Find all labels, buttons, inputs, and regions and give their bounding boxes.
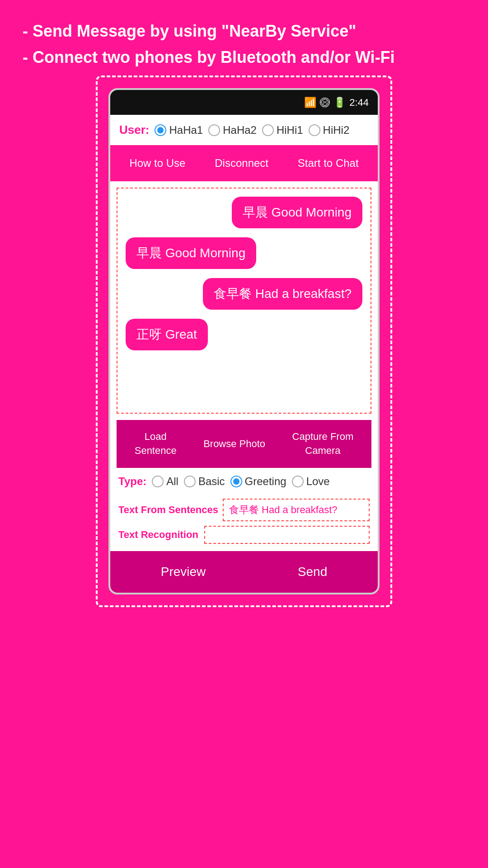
type-love[interactable]: Love <box>292 475 330 488</box>
type-basic[interactable]: Basic <box>184 475 225 488</box>
radio-circle-hihi1[interactable] <box>262 124 274 136</box>
type-all[interactable]: All <box>152 475 178 488</box>
preview-button[interactable]: Preview <box>143 560 224 584</box>
phone-wrapper: 📶 ⨷ 🔋 2:44 User: HaHa1 HaHa2 HiHi1 <box>108 88 380 594</box>
status-bar: 📶 ⨷ 🔋 2:44 <box>110 90 378 115</box>
how-to-use-button[interactable]: How to Use <box>122 153 192 173</box>
radio-circle-haha1[interactable] <box>155 124 166 136</box>
battery-icon: 🔋 <box>333 97 346 108</box>
status-icons: 📶 ⨷ 🔋 2:44 <box>304 97 369 108</box>
type-selector: Type: All Basic Greeting Love <box>110 468 378 495</box>
type-label-basic: Basic <box>198 475 225 488</box>
radio-hihi2[interactable]: HiHi2 <box>309 124 350 137</box>
radio-circle-hihi2[interactable] <box>309 124 320 136</box>
phone-frame: 📶 ⨷ 🔋 2:44 User: HaHa1 HaHa2 HiHi1 <box>108 88 380 594</box>
type-radio-basic[interactable] <box>184 476 196 487</box>
browse-photo-button[interactable]: Browse Photo <box>198 426 271 462</box>
radio-hihi1[interactable]: HiHi1 <box>262 124 303 137</box>
type-label-greeting: Greeting <box>245 475 286 488</box>
start-to-chat-button[interactable]: Start to Chat <box>291 153 366 173</box>
text-from-sentences-row: Text From Sentences 食早餐 Had a breakfast? <box>118 499 370 521</box>
radio-haha1[interactable]: HaHa1 <box>155 124 203 137</box>
capture-camera-button[interactable]: Capture FromCamera <box>287 426 359 462</box>
text-from-sentences-value[interactable]: 食早餐 Had a breakfast? <box>223 499 370 521</box>
text-recognition-row: Text Recognition <box>118 526 370 544</box>
radio-label-hihi1: HiHi1 <box>277 124 303 137</box>
action-bar: Preview Send <box>110 551 378 593</box>
type-greeting[interactable]: Greeting <box>230 475 286 488</box>
radio-circle-haha2[interactable] <box>208 124 220 136</box>
text-recognition-label: Text Recognition <box>118 529 200 541</box>
main-toolbar: How to Use Disconnect Start to Chat <box>110 145 378 181</box>
message-1: 早晨 Good Morning <box>232 197 362 228</box>
load-sentence-button[interactable]: LoadSentence <box>129 426 182 462</box>
instruction-line2: - Connect two phones by Bluetooth and/or… <box>23 44 465 71</box>
type-label-love: Love <box>306 475 330 488</box>
clock: 2:44 <box>349 97 369 108</box>
type-radio-love[interactable] <box>292 476 304 487</box>
type-label: Type: <box>118 475 146 488</box>
type-label-all: All <box>166 475 178 488</box>
send-button[interactable]: Send <box>280 560 345 584</box>
radio-label-hihi2: HiHi2 <box>323 124 350 137</box>
bluetooth-icon: ⨷ <box>320 97 330 108</box>
message-4: 正呀 Great <box>126 319 208 350</box>
radio-label-haha1: HaHa1 <box>169 124 203 137</box>
instructions: - Send Message by using "NearBy Service"… <box>0 0 488 79</box>
user-label: User: <box>119 123 149 137</box>
message-2: 早晨 Good Morning <box>126 237 256 269</box>
chat-area: 早晨 Good Morning 早晨 Good Morning 食早餐 Had … <box>117 188 371 414</box>
type-radio-all[interactable] <box>152 476 164 487</box>
text-from-sentences-label: Text From Sentences <box>118 504 218 516</box>
nfc-icon: 📶 <box>304 97 316 108</box>
text-recognition-value[interactable] <box>204 526 370 544</box>
text-fields: Text From Sentences 食早餐 Had a breakfast?… <box>110 495 378 549</box>
user-selector: User: HaHa1 HaHa2 HiHi1 HiHi2 <box>110 115 378 145</box>
bottom-toolbar: LoadSentence Browse Photo Capture FromCa… <box>117 420 371 468</box>
type-radio-greeting[interactable] <box>230 476 242 487</box>
radio-label-haha2: HaHa2 <box>223 124 257 137</box>
radio-haha2[interactable]: HaHa2 <box>208 124 257 137</box>
instruction-line1: - Send Message by using "NearBy Service" <box>23 18 465 44</box>
disconnect-button[interactable]: Disconnect <box>207 153 276 173</box>
message-3: 食早餐 Had a breakfast? <box>203 278 362 310</box>
